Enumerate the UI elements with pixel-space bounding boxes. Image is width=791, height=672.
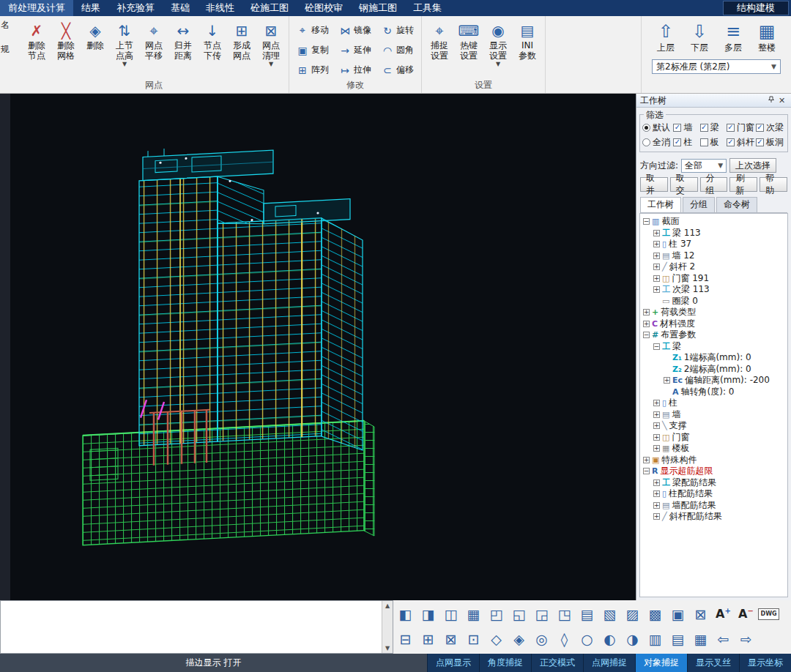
floor-nav-building-button[interactable]: ▦ 整楼 (750, 19, 784, 56)
ribbon-button-pan[interactable]: ⌖ 网点平移 (139, 18, 168, 68)
filter-checkbox[interactable]: 板 (700, 136, 725, 149)
floor-select-dropdown[interactable]: 第2标准层 (第2层) ▼ (652, 59, 781, 74)
ribbon-button-offset[interactable]: ⊂ 偏移 (377, 60, 418, 80)
menu-tab[interactable]: 前处理及计算 (0, 0, 73, 16)
expand-icon[interactable]: + (643, 321, 650, 327)
ribbon-button-snap[interactable]: ⌖ 捕捉设置 (425, 18, 454, 68)
ribbon-button-rotate[interactable]: ↻ 旋转 (377, 20, 418, 40)
close-icon[interactable]: ✕ (776, 96, 787, 105)
expand-icon[interactable]: + (653, 513, 660, 520)
filter-checkbox[interactable]: ✓柱 (673, 136, 698, 149)
tree-item[interactable]: +▤ 墙 12 (640, 250, 787, 262)
filter-checkbox[interactable]: ✓门窗 (727, 122, 754, 134)
tree-item[interactable]: ++ 荷载类型 (640, 307, 787, 318)
left-collapsed-panel[interactable]: 名规 (0, 19, 10, 56)
filter-checkbox[interactable]: ✓斜杆 (727, 136, 754, 149)
arrow-right-icon[interactable]: ⇨ (735, 627, 757, 651)
tool-icon-6[interactable]: ◈ (508, 627, 530, 651)
view-icon-4[interactable]: ▦ (462, 602, 485, 626)
ribbon-button-hotkey[interactable]: ⌨ 热键设置 (454, 18, 483, 68)
expand-icon[interactable]: + (653, 422, 660, 429)
collapse-icon[interactable]: − (643, 468, 650, 474)
tool-icon-9[interactable]: ○ (576, 627, 598, 651)
expand-icon[interactable]: + (653, 479, 660, 486)
view-icon-6[interactable]: ◱ (508, 602, 530, 626)
filter-checkbox[interactable]: ✓墙 (673, 122, 698, 134)
ribbon-button-mirror[interactable]: ⋈ 镜像 (335, 20, 376, 40)
filter-checkbox[interactable]: ✓梁 (700, 122, 725, 134)
command-scrollbar[interactable]: ▲ ▼ (382, 601, 393, 653)
panel-tab[interactable]: 分组 (683, 197, 715, 212)
tree-item[interactable]: −# 布置参数 (640, 329, 787, 341)
tree-item[interactable]: +◫ 门窗 (640, 432, 787, 444)
expand-icon[interactable]: + (653, 434, 660, 441)
tool-icon-11[interactable]: ◑ (621, 627, 644, 651)
tool-icon-4[interactable]: ⊡ (462, 627, 485, 651)
tree-item[interactable]: +C 材料强度 (640, 318, 787, 330)
ribbon-button-delete-grid[interactable]: ╳ 删除网格 (51, 18, 81, 68)
model-viewport[interactable] (10, 94, 636, 600)
expand-icon[interactable]: + (664, 377, 670, 384)
font-decrease-icon[interactable]: A− (735, 602, 757, 626)
view-icon-2[interactable]: ◨ (417, 602, 439, 626)
tool-icon-3[interactable]: ⊠ (439, 627, 462, 651)
chevron-down-icon[interactable]: ▼ (122, 61, 127, 67)
tree-item[interactable]: +工 次梁 113 (640, 284, 787, 296)
status-toggle-off[interactable]: 显示叉丝 (687, 654, 739, 672)
tree-item[interactable]: +▯ 柱 37 (640, 239, 787, 250)
pin-icon[interactable] (765, 96, 776, 105)
panel-tab[interactable]: 命令树 (716, 197, 757, 212)
expand-icon[interactable]: + (643, 309, 650, 316)
tree-item[interactable]: Z₂ 2端标高(mm): 0 (640, 364, 787, 376)
tree-item[interactable]: +◫ 门窗 191 (640, 273, 787, 285)
ribbon-button-copy[interactable]: ▣ 复制 (292, 40, 333, 60)
view-icon-12[interactable]: ▩ (644, 602, 666, 626)
status-toggle-off[interactable]: 角度捕捉 (479, 654, 531, 672)
tree-item[interactable]: +▤ 墙配筋结果 (640, 500, 787, 512)
chevron-down-icon[interactable]: ▼ (269, 61, 273, 67)
expand-icon[interactable]: + (653, 241, 660, 247)
expand-icon[interactable]: + (653, 264, 660, 270)
dwg-export-icon[interactable]: DWG (757, 602, 780, 626)
ribbon-button-move[interactable]: ⌖ 移动 (292, 20, 333, 40)
ribbon-button-delete-node[interactable]: ✗ 删除节点 (22, 18, 51, 68)
panel-tab[interactable]: 工作树 (640, 197, 681, 212)
menu-tab[interactable]: 钢施工图 (351, 0, 405, 16)
panel-action-button[interactable]: 帮助 (760, 177, 787, 192)
view-icon-11[interactable]: ▨ (621, 602, 644, 626)
collapse-icon[interactable]: − (653, 343, 660, 350)
view-icon-8[interactable]: ◳ (553, 602, 576, 626)
view-icon-9[interactable]: ▤ (576, 602, 598, 626)
delete-view-icon[interactable]: ⊠ (689, 602, 712, 626)
ribbon-button-fillet[interactable]: ◠ 圆角 (377, 40, 418, 60)
direction-filter-dropdown[interactable]: 全部 ▼ (681, 159, 727, 173)
panel-action-button[interactable]: 取并 (640, 177, 668, 192)
status-toggle-off[interactable]: 点网显示 (427, 654, 479, 672)
collapse-icon[interactable]: − (643, 218, 650, 225)
filter-checkbox[interactable]: ✓板洞 (756, 136, 784, 149)
expand-icon[interactable]: + (653, 445, 660, 452)
tree-item[interactable]: −R 显示超筋超限 (640, 466, 787, 477)
ribbon-button-clean-grid[interactable]: ⊠ 网点清理 ▼ (256, 18, 286, 68)
menu-tab[interactable]: 砼施工图 (242, 0, 297, 16)
tool-icon-12[interactable]: ▥ (644, 627, 666, 651)
chevron-down-icon[interactable]: ▼ (496, 61, 500, 67)
expand-icon[interactable]: + (653, 275, 660, 282)
menu-tab[interactable]: 砼图校审 (297, 0, 351, 16)
tree-item[interactable]: −工 梁 (640, 341, 787, 353)
filter-checkbox[interactable]: ✓次梁 (756, 122, 784, 134)
tool-icon-8[interactable]: ◊ (553, 627, 576, 651)
tool-icon-2[interactable]: ⊞ (417, 627, 439, 651)
tree-item[interactable]: +╱ 斜杆 2 (640, 261, 787, 273)
tool-icon-10[interactable]: ◐ (598, 627, 621, 651)
ribbon-button-display[interactable]: ◉ 显示设置 ▼ (483, 18, 513, 68)
tree-item[interactable]: ▭ 圈梁 0 (640, 296, 787, 307)
menu-tab[interactable]: 基础 (163, 0, 198, 16)
expand-icon[interactable]: + (653, 230, 660, 236)
view-icon-3[interactable]: ◫ (439, 602, 462, 626)
panel-action-button[interactable]: 取交 (670, 177, 698, 192)
expand-icon[interactable]: + (653, 502, 660, 509)
tree-item[interactable]: −▥ 截面 (640, 216, 787, 228)
scroll-up-icon[interactable]: ▲ (385, 602, 390, 609)
tree-item[interactable]: +▦ 楼板 (640, 443, 787, 455)
